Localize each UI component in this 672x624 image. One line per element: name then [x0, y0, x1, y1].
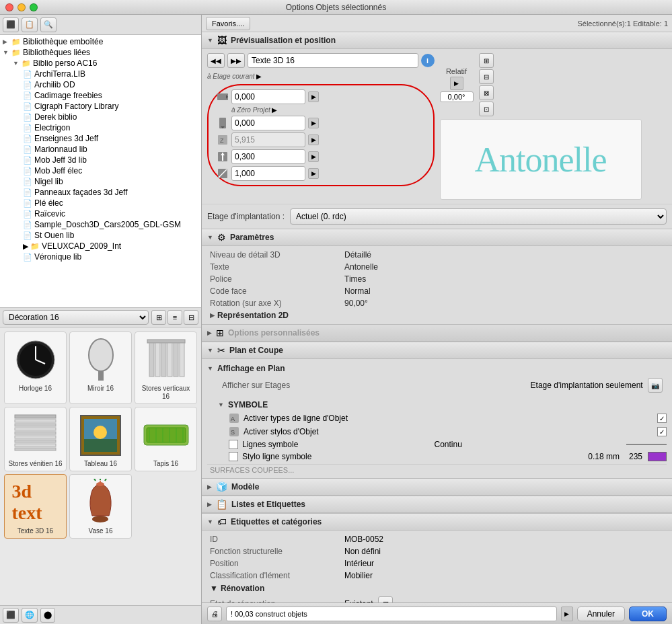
selected-info: Sélectionné(s):1 Editable: 1	[577, 20, 668, 28]
relatif-btn[interactable]: ▶	[450, 77, 463, 90]
lignes-checkbox[interactable]	[229, 440, 238, 449]
maximize-button[interactable]	[30, 3, 38, 11]
prev-nav-fwd[interactable]: ▶▶	[227, 53, 245, 68]
object-name-field[interactable]	[248, 53, 418, 68]
renovation-header[interactable]: ▼ Rénovation	[207, 582, 667, 595]
grid-item-horloge[interactable]: Horloge 16	[4, 332, 67, 404]
tree-item-architerra[interactable]: 📄 ArchiTerra.LIB	[0, 69, 201, 79]
y-arrow-btn[interactable]: ▶	[308, 118, 319, 128]
cancel-button[interactable]: Annuler	[577, 607, 625, 621]
close-button[interactable]	[5, 3, 13, 11]
tree-item-stouen[interactable]: 📄 St Ouen lib	[0, 230, 201, 241]
favoris-button[interactable]: Favoris....	[206, 17, 250, 30]
tree-item-derek[interactable]: 📄 Derek biblio	[0, 112, 201, 122]
tree-item-veluxcad[interactable]: ▶ 📁 VELUXCAD_2009_Int	[0, 241, 201, 251]
param-value-police: Times	[342, 273, 667, 285]
grid-item-stores-ven[interactable]: Stores vénitien 16	[4, 407, 67, 471]
etiq-header[interactable]: ▼ 🏷 Etiquettes et catégories	[202, 514, 672, 531]
params-sub-repr[interactable]: ▶ Représentation 2D	[207, 309, 667, 321]
svg-point-4	[89, 339, 113, 371]
listes-header[interactable]: ▶ 📋 Listes et Etiquettes	[202, 496, 672, 513]
lib-view-btn1[interactable]: ⊞	[151, 310, 166, 325]
info-button[interactable]: i	[421, 54, 435, 67]
modele-header[interactable]: ▶ 🧊 Modèle	[202, 479, 672, 496]
stylo-color[interactable]	[648, 452, 667, 461]
svg-rect-7	[149, 343, 154, 377]
left-bottom-btn2[interactable]: 🌐	[22, 608, 38, 623]
minimize-button[interactable]	[17, 3, 26, 11]
tree-item-panneaux[interactable]: 📄 Panneaux façades 3d Jeff	[0, 187, 201, 198]
ok-button[interactable]: OK	[629, 607, 667, 621]
toolbar-btn-layout[interactable]: ⬛	[3, 17, 19, 32]
window-controls[interactable]	[5, 3, 38, 11]
tree-item-biblio[interactable]: ▼ 📁 Biblio perso AC16	[0, 58, 201, 69]
tree-item-ple[interactable]: 📄 Plé élec	[0, 198, 201, 208]
activer-stylos-icon: S	[229, 426, 239, 437]
tree-item-linked[interactable]: ▼ 📁 Bibliothèques liées	[0, 47, 201, 58]
height-field[interactable]	[231, 149, 305, 164]
tree-item-sample[interactable]: 📄 Sample_Dosch3D_Cars2005_GDL-GSM	[0, 219, 201, 230]
preview-header[interactable]: ▼ 🖼 Prévisualisation et position	[202, 32, 672, 49]
tree-item-marionnaud[interactable]: 📄 Marionnaud lib	[0, 144, 201, 155]
left-bottom-btn1[interactable]: ⬛	[3, 608, 19, 623]
tree-item-cadimage[interactable]: 📄 Cadimage freebies	[0, 90, 201, 101]
x-arrow-btn[interactable]: ▶	[308, 91, 319, 102]
z-arrow-btn[interactable]: ▶	[308, 134, 319, 145]
scale-field[interactable]	[231, 166, 305, 181]
etiq-value-position: Intérieur	[342, 557, 667, 570]
tree-item-cigraph[interactable]: 📄 Cigraph Factory Library	[0, 101, 201, 112]
status-arrow-btn[interactable]: ▶	[561, 607, 573, 621]
affichage-header[interactable]: ▼ Affichage en Plan	[207, 362, 667, 375]
svg-line-36	[94, 479, 96, 481]
params-header[interactable]: ▼ ⚙ Paramètres	[202, 229, 672, 246]
activer-types-check[interactable]: ✓	[657, 414, 667, 423]
scale-arrow-btn[interactable]: ▶	[308, 168, 319, 179]
tree-item-veronique[interactable]: 📄 Véronique lib	[0, 251, 201, 262]
grid-item-texte3d[interactable]: 3d text Texte 3D 16	[4, 474, 67, 539]
param-value-code: Normal	[342, 285, 667, 297]
tree-item-nigel[interactable]: 📄 Nigel lib	[0, 176, 201, 187]
rel-icon3[interactable]: ⊠	[479, 85, 494, 100]
left-toolbar: ⬛ 📋 🔍	[0, 15, 201, 35]
tree-item-raicevic[interactable]: 📄 Raïcevic	[0, 208, 201, 219]
library-dropdown[interactable]: Décoration 16	[3, 310, 149, 325]
tree-item-mobelec[interactable]: 📄 Mob Jeff élec	[0, 165, 201, 176]
rel-icon4[interactable]: ⊡	[479, 102, 494, 116]
height-arrow-btn[interactable]: ▶	[308, 151, 319, 162]
param-value-texte: Antonelle	[342, 261, 667, 273]
svg-text:A: A	[231, 416, 235, 422]
rel-icon2[interactable]: ⊟	[479, 69, 494, 84]
options-perso-header[interactable]: ▶ ⊞ Options personnalisées	[202, 325, 672, 342]
activer-stylos-check[interactable]: ✓	[657, 427, 667, 436]
grid-item-tapis[interactable]: Tapis 16	[135, 407, 197, 471]
renov-grid-btn[interactable]: ⊞	[378, 596, 393, 602]
stage-select[interactable]: Actuel (0. rdc)	[290, 208, 667, 225]
grid-item-vase[interactable]: Vase 16	[69, 474, 132, 539]
stylo-checkbox[interactable]	[229, 452, 238, 461]
toolbar-btn-search[interactable]: 🔍	[40, 17, 57, 32]
afficher-icon-btn[interactable]: 📷	[648, 378, 663, 393]
toolbar-btn-copy[interactable]: 📋	[22, 17, 38, 32]
lib-view-btn3[interactable]: ⊟	[184, 310, 198, 325]
tree-item-archilib[interactable]: 📄 Archilib OD	[0, 79, 201, 90]
x-field[interactable]	[231, 89, 305, 104]
tree-item-electrigon[interactable]: 📄 Electrigon	[0, 122, 201, 133]
plan-header[interactable]: ▼ ✂ Plan et Coupe	[202, 342, 672, 359]
tree-item-enseignes[interactable]: 📄 Enseignes 3d Jeff	[0, 133, 201, 144]
lib-view-btn2[interactable]: ≡	[167, 310, 182, 325]
bottom-icon-btn[interactable]: 🖨	[207, 607, 222, 621]
symbole-header[interactable]: ▼ SYMBOLE	[218, 398, 667, 412]
grid-item-stores-vert[interactable]: Stores verticaux 16	[135, 332, 197, 404]
stylo-label: Stylo ligne symbole	[242, 452, 584, 461]
svg-text:Z: Z	[220, 137, 224, 144]
relatif-angle[interactable]	[440, 91, 474, 102]
prev-nav-back[interactable]: ◀◀	[207, 53, 225, 68]
tree-item-mob3d[interactable]: 📄 Mob Jeff 3d lib	[0, 155, 201, 165]
rel-icon1[interactable]: ⊞	[479, 53, 494, 68]
left-bottom-btn3[interactable]: ⬤	[40, 608, 55, 623]
y-field[interactable]	[231, 116, 305, 130]
tree-item-embedded[interactable]: ▶ 📁 Bibliothèque emboîtée	[0, 36, 201, 47]
grid-item-miroir[interactable]: Miroir 16	[69, 332, 132, 404]
red-circle-group: ▶ à Zéro Projet ▶	[207, 84, 435, 186]
grid-item-tableau[interactable]: Tableau 16	[69, 407, 132, 471]
